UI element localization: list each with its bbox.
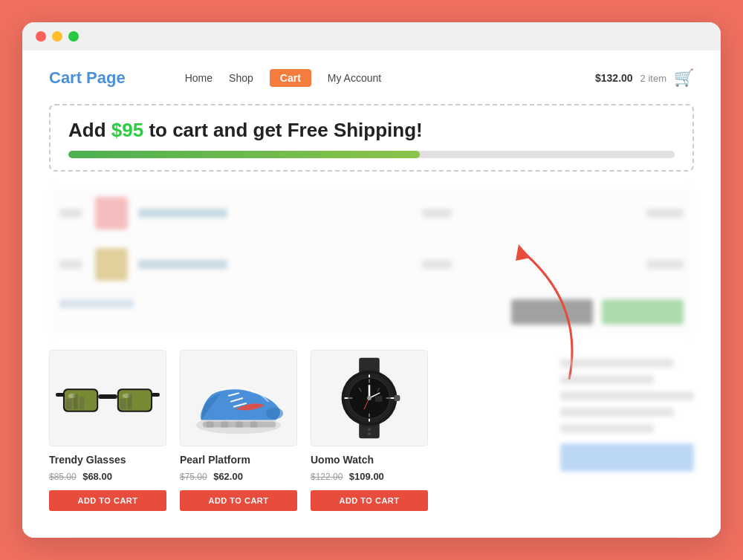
product-prices-watch: $122.00 $109.00 <box>311 469 428 483</box>
cart-count: 2 item <box>640 73 666 84</box>
svg-marker-0 <box>516 244 531 261</box>
product-name-watch: Uomo Watch <box>311 454 428 466</box>
product-new-price-glasses: $68.00 <box>82 471 112 482</box>
svg-point-30 <box>368 428 371 431</box>
svg-rect-7 <box>56 393 65 397</box>
add-to-cart-shoe[interactable]: ADD TO CART <box>180 490 297 511</box>
svg-rect-26 <box>250 422 258 428</box>
product-prices-glasses: $85.00 $68.00 <box>49 469 166 483</box>
traffic-light-green[interactable] <box>68 31 79 42</box>
svg-point-31 <box>368 432 371 435</box>
shipping-banner: Add $95 to cart and get Free Shipping! <box>49 104 694 172</box>
product-name-glasses: Trendy Glasses <box>49 454 166 466</box>
product-name-shoe: Pearl Platform <box>180 454 297 466</box>
product-card-shoe: Pearl Platform $75.00 $62.00 ADD TO CART <box>180 350 297 511</box>
browser-titlebar <box>22 22 721 51</box>
svg-rect-11 <box>66 399 72 409</box>
product-old-price-shoe: $75.00 <box>180 472 207 482</box>
svg-rect-15 <box>128 394 132 409</box>
nav-links: Home Shop Cart My Account <box>185 69 595 87</box>
svg-rect-13 <box>80 397 85 409</box>
svg-rect-51 <box>375 396 383 402</box>
product-image-shoe <box>180 350 297 446</box>
order-summary-blurred <box>560 350 694 511</box>
svg-rect-6 <box>98 394 117 399</box>
product-card-glasses: Trendy Glasses $85.00 $68.00 ADD TO CART <box>49 350 166 511</box>
product-image-glasses <box>49 350 166 446</box>
svg-rect-25 <box>236 422 243 428</box>
nav-bar: Cart Page Home Shop Cart My Account $132… <box>49 68 694 88</box>
svg-rect-12 <box>74 394 78 409</box>
product-card-watch: Uomo Watch $122.00 $109.00 ADD TO CART <box>311 350 428 511</box>
shipping-suffix: to cart and get Free Shipping! <box>143 119 423 141</box>
add-to-cart-watch[interactable]: ADD TO CART <box>311 490 428 511</box>
shipping-prefix: Add <box>68 119 111 141</box>
product-image-watch <box>311 350 428 446</box>
shipping-text: Add $95 to cart and get Free Shipping! <box>68 119 675 142</box>
product-old-price-glasses: $85.00 <box>49 472 77 482</box>
traffic-light-yellow[interactable] <box>52 31 62 42</box>
svg-rect-24 <box>221 422 228 428</box>
progress-bar-fill <box>68 151 420 158</box>
nav-link-myaccount[interactable]: My Account <box>328 72 381 84</box>
svg-rect-14 <box>120 399 126 409</box>
product-prices-shoe: $75.00 $62.00 <box>180 469 297 483</box>
browser-window: Cart Page Home Shop Cart My Account $132… <box>22 22 721 538</box>
svg-rect-8 <box>151 393 160 397</box>
products-container: Trendy Glasses $85.00 $68.00 ADD TO CART <box>49 350 694 511</box>
progress-bar-bg <box>68 151 675 158</box>
svg-rect-23 <box>207 422 214 428</box>
shipping-amount: $95 <box>111 119 143 141</box>
svg-point-49 <box>367 396 372 400</box>
traffic-light-red[interactable] <box>36 31 46 42</box>
product-old-price-watch: $122.00 <box>311 472 343 482</box>
product-new-price-shoe: $62.00 <box>213 471 243 482</box>
products-list: Trendy Glasses $85.00 $68.00 ADD TO CART <box>49 350 547 511</box>
cart-table-blurred <box>49 186 694 335</box>
nav-cart-info: $132.00 2 item 🛒 <box>595 68 694 88</box>
svg-rect-50 <box>394 395 400 401</box>
nav-link-cart[interactable]: Cart <box>270 69 311 87</box>
add-to-cart-glasses[interactable]: ADD TO CART <box>49 490 166 511</box>
nav-link-shop[interactable]: Shop <box>229 72 253 84</box>
cart-icon[interactable]: 🛒 <box>674 68 694 88</box>
nav-link-home[interactable]: Home <box>185 72 212 84</box>
browser-content: Cart Page Home Shop Cart My Account $132… <box>22 51 721 538</box>
cart-total: $132.00 <box>595 72 633 84</box>
product-new-price-watch: $109.00 <box>349 471 384 482</box>
nav-logo: Cart Page <box>49 68 126 88</box>
svg-point-21 <box>265 408 283 420</box>
